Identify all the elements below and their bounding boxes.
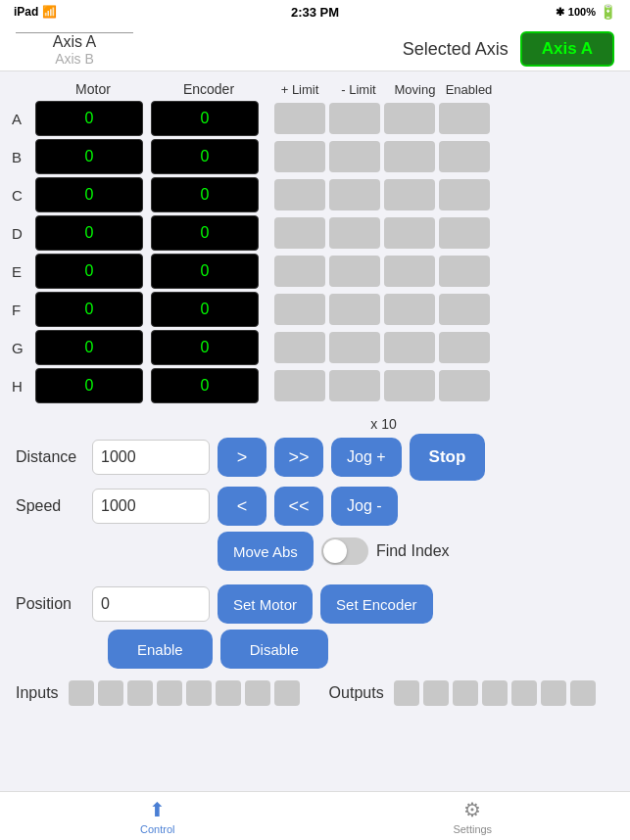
enabled-cell	[439, 103, 490, 134]
output-light	[482, 680, 508, 706]
motor-cell: 0	[35, 330, 143, 365]
enabled-header: Enabled	[442, 82, 496, 97]
plus-limit-cell	[274, 370, 325, 401]
plus-limit-header: + Limit	[270, 82, 329, 97]
output-light	[423, 680, 449, 706]
axis-row-label: H	[12, 378, 35, 395]
motor-header: Motor	[39, 81, 147, 97]
plus-limit-cell	[274, 217, 325, 249]
axis-a-option[interactable]: Axis A	[53, 33, 96, 51]
tab-bar: ⬆ Control ⚙ Settings	[0, 791, 630, 840]
table-row: H 0 0	[12, 368, 618, 403]
input-light	[98, 680, 123, 706]
input-light	[186, 680, 212, 706]
axis-row-label: F	[12, 302, 35, 318]
minus-limit-cell	[329, 256, 380, 287]
minus-limit-cell	[329, 179, 380, 210]
plus-limit-cell	[274, 179, 325, 210]
controls-area: x 10 Distance > >> Jog + Stop Speed < <<…	[0, 410, 630, 584]
ipad-label: iPad	[14, 5, 38, 19]
axis-row-label: B	[12, 149, 35, 165]
disable-btn[interactable]: Disable	[220, 630, 328, 669]
input-light	[127, 680, 153, 706]
table-row: D 0 0	[12, 215, 618, 251]
plus-limit-cell	[274, 294, 325, 325]
axis-b-option[interactable]: Axis B	[55, 51, 94, 67]
axis-selector[interactable]: Axis A Axis B	[16, 32, 133, 67]
axis-row-label: D	[12, 225, 35, 242]
minus-limit-cell	[329, 294, 380, 325]
enabled-cell	[439, 179, 490, 210]
controls-row2: Speed < << Jog -	[16, 487, 614, 526]
output-light	[570, 680, 596, 706]
input-light	[245, 680, 270, 706]
output-light	[453, 680, 478, 706]
axis-row-label: G	[12, 340, 35, 356]
position-row2: Enable Disable	[16, 630, 614, 669]
encoder-header: Encoder	[155, 81, 263, 97]
outputs-label: Outputs	[329, 684, 384, 702]
status-bar: iPad 📶 2:33 PM ✱ 100% 🔋	[0, 0, 630, 23]
tab-settings[interactable]: ⚙ Settings	[315, 792, 631, 840]
table-row: B 0 0	[12, 139, 618, 174]
axis-table: Motor Encoder + Limit - Limit Moving Ena…	[0, 71, 630, 410]
set-motor-btn[interactable]: Set Motor	[218, 584, 313, 624]
selected-axis-label: Selected Axis	[403, 39, 509, 60]
back-single-btn[interactable]: <	[218, 487, 267, 526]
moving-cell	[384, 141, 435, 172]
controls-row1: Distance > >> Jog + Stop	[16, 434, 614, 481]
input-light	[157, 680, 182, 706]
moving-cell	[384, 217, 435, 249]
moving-cell	[384, 332, 435, 363]
plus-limit-cell	[274, 256, 325, 287]
forward-double-btn[interactable]: >>	[274, 438, 323, 477]
enabled-cell	[439, 217, 490, 249]
speed-input[interactable]	[92, 489, 210, 524]
table-row: G 0 0	[12, 330, 618, 365]
encoder-cell: 0	[151, 101, 259, 136]
stop-btn[interactable]: Stop	[410, 434, 486, 481]
forward-single-btn[interactable]: >	[218, 438, 267, 477]
enable-btn[interactable]: Enable	[108, 630, 213, 669]
output-light	[541, 680, 566, 706]
minus-limit-cell	[329, 141, 380, 172]
gear-icon: ⚙	[463, 798, 481, 821]
axis-row-label: A	[12, 111, 35, 127]
table-row: C 0 0	[12, 177, 618, 212]
minus-limit-cell	[329, 103, 380, 134]
enabled-cell	[439, 256, 490, 287]
tab-control-label: Control	[140, 823, 174, 835]
minus-limit-cell	[329, 332, 380, 363]
status-left: iPad 📶	[14, 5, 57, 19]
position-label: Position	[16, 595, 84, 613]
jog-minus-btn[interactable]: Jog -	[331, 487, 398, 526]
tab-control[interactable]: ⬆ Control	[0, 792, 315, 840]
minus-limit-cell	[329, 217, 380, 249]
find-index-label: Find Index	[376, 542, 450, 560]
header-area: Axis A Axis B Selected Axis Axis A	[0, 23, 630, 71]
battery-label: 100%	[568, 6, 596, 18]
minus-limit-header: - Limit	[329, 82, 388, 97]
position-section: Position Set Motor Set Encoder Enable Di…	[0, 584, 630, 675]
position-input[interactable]	[92, 586, 210, 622]
x10-label: x 10	[153, 416, 614, 432]
find-index-toggle[interactable]	[321, 537, 368, 565]
move-abs-btn[interactable]: Move Abs	[218, 532, 314, 571]
plus-limit-cell	[274, 103, 325, 134]
back-double-btn[interactable]: <<	[274, 487, 323, 526]
status-time: 2:33 PM	[291, 5, 339, 20]
moving-cell	[384, 103, 435, 134]
motor-cell: 0	[35, 215, 143, 251]
set-encoder-btn[interactable]: Set Encoder	[320, 584, 433, 624]
motor-cell: 0	[35, 368, 143, 403]
io-area: Inputs Outputs	[0, 675, 630, 712]
axis-row-label: C	[12, 187, 35, 204]
motor-cell: 0	[35, 177, 143, 212]
input-light	[69, 680, 94, 706]
jog-plus-btn[interactable]: Jog +	[331, 438, 402, 477]
distance-input[interactable]	[92, 440, 210, 475]
enabled-cell	[439, 294, 490, 325]
enabled-cell	[439, 370, 490, 401]
motor-cell: 0	[35, 292, 143, 327]
moving-cell	[384, 256, 435, 287]
